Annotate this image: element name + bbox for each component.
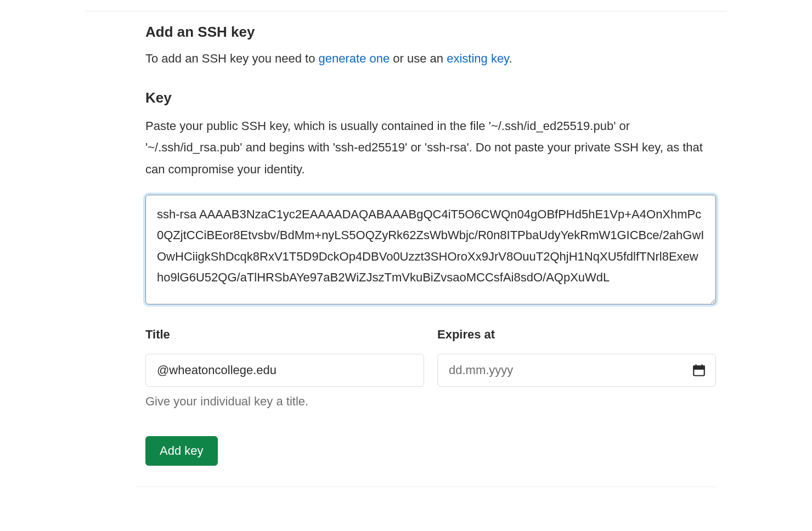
intro-text: To add an SSH key you need to generate o… [145, 50, 716, 67]
title-label: Title [145, 327, 424, 342]
expires-placeholder: dd.mm.yyyy [449, 363, 513, 377]
add-key-button[interactable]: Add key [145, 436, 218, 466]
key-label: Key [145, 89, 716, 106]
divider-bottom [137, 487, 716, 487]
expires-date-input[interactable]: dd.mm.yyyy [437, 354, 716, 387]
key-help-text: Paste your public SSH key, which is usua… [145, 115, 716, 180]
intro-prefix: To add an SSH key you need to [145, 52, 319, 65]
title-input[interactable] [145, 354, 424, 387]
ssh-key-textarea[interactable] [145, 195, 716, 304]
intro-suffix: . [509, 52, 512, 65]
divider-top [85, 11, 727, 12]
section-title: Add an SSH key [145, 24, 716, 41]
existing-key-link[interactable]: existing key [447, 52, 509, 65]
generate-one-link[interactable]: generate one [319, 52, 390, 65]
intro-mid: or use an [390, 52, 447, 65]
title-help-text: Give your individual key a title. [145, 394, 716, 409]
expires-label: Expires at [437, 327, 716, 342]
